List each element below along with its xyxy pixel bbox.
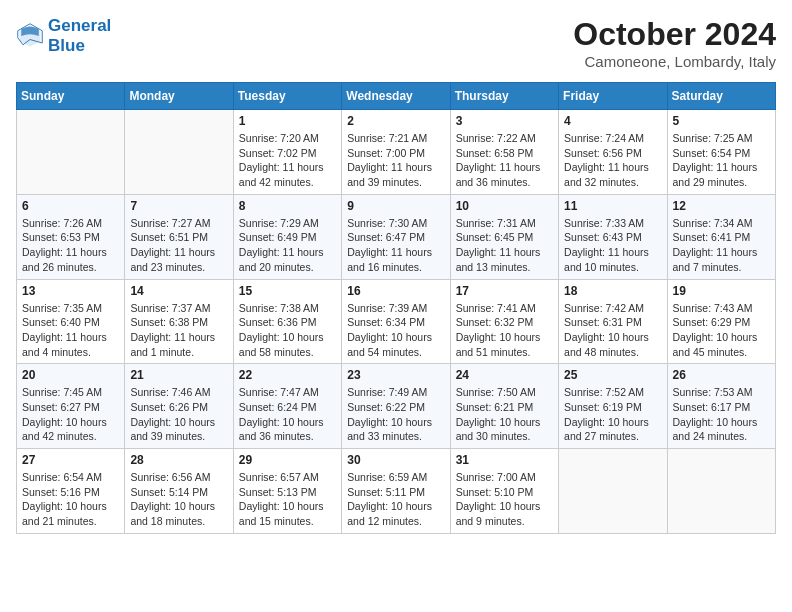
day-number: 18 (564, 284, 661, 298)
day-info: Sunrise: 7:29 AM Sunset: 6:49 PM Dayligh… (239, 216, 336, 275)
day-info: Sunrise: 7:21 AM Sunset: 7:00 PM Dayligh… (347, 131, 444, 190)
calendar-cell: 11Sunrise: 7:33 AM Sunset: 6:43 PM Dayli… (559, 194, 667, 279)
day-info: Sunrise: 7:41 AM Sunset: 6:32 PM Dayligh… (456, 301, 553, 360)
day-number: 24 (456, 368, 553, 382)
day-info: Sunrise: 7:00 AM Sunset: 5:10 PM Dayligh… (456, 470, 553, 529)
day-number: 25 (564, 368, 661, 382)
calendar-cell (125, 110, 233, 195)
calendar-cell: 19Sunrise: 7:43 AM Sunset: 6:29 PM Dayli… (667, 279, 775, 364)
day-info: Sunrise: 7:49 AM Sunset: 6:22 PM Dayligh… (347, 385, 444, 444)
day-info: Sunrise: 7:52 AM Sunset: 6:19 PM Dayligh… (564, 385, 661, 444)
day-of-week-header: Friday (559, 83, 667, 110)
day-of-week-header: Wednesday (342, 83, 450, 110)
calendar-cell: 5Sunrise: 7:25 AM Sunset: 6:54 PM Daylig… (667, 110, 775, 195)
day-number: 27 (22, 453, 119, 467)
day-number: 13 (22, 284, 119, 298)
calendar-cell: 3Sunrise: 7:22 AM Sunset: 6:58 PM Daylig… (450, 110, 558, 195)
calendar-cell: 24Sunrise: 7:50 AM Sunset: 6:21 PM Dayli… (450, 364, 558, 449)
day-number: 8 (239, 199, 336, 213)
calendar-cell: 6Sunrise: 7:26 AM Sunset: 6:53 PM Daylig… (17, 194, 125, 279)
day-number: 20 (22, 368, 119, 382)
day-number: 2 (347, 114, 444, 128)
day-number: 31 (456, 453, 553, 467)
calendar-cell: 28Sunrise: 6:56 AM Sunset: 5:14 PM Dayli… (125, 449, 233, 534)
day-number: 29 (239, 453, 336, 467)
day-number: 26 (673, 368, 770, 382)
day-number: 7 (130, 199, 227, 213)
logo-text: General Blue (48, 16, 111, 57)
calendar-cell: 29Sunrise: 6:57 AM Sunset: 5:13 PM Dayli… (233, 449, 341, 534)
day-info: Sunrise: 7:26 AM Sunset: 6:53 PM Dayligh… (22, 216, 119, 275)
day-info: Sunrise: 7:34 AM Sunset: 6:41 PM Dayligh… (673, 216, 770, 275)
day-info: Sunrise: 6:59 AM Sunset: 5:11 PM Dayligh… (347, 470, 444, 529)
day-number: 9 (347, 199, 444, 213)
day-number: 1 (239, 114, 336, 128)
day-info: Sunrise: 7:33 AM Sunset: 6:43 PM Dayligh… (564, 216, 661, 275)
calendar-cell: 26Sunrise: 7:53 AM Sunset: 6:17 PM Dayli… (667, 364, 775, 449)
day-info: Sunrise: 7:30 AM Sunset: 6:47 PM Dayligh… (347, 216, 444, 275)
calendar-cell: 18Sunrise: 7:42 AM Sunset: 6:31 PM Dayli… (559, 279, 667, 364)
day-number: 28 (130, 453, 227, 467)
calendar-cell: 30Sunrise: 6:59 AM Sunset: 5:11 PM Dayli… (342, 449, 450, 534)
logo-blue: Blue (48, 36, 111, 56)
calendar-cell: 8Sunrise: 7:29 AM Sunset: 6:49 PM Daylig… (233, 194, 341, 279)
calendar-cell: 25Sunrise: 7:52 AM Sunset: 6:19 PM Dayli… (559, 364, 667, 449)
day-number: 12 (673, 199, 770, 213)
day-info: Sunrise: 6:57 AM Sunset: 5:13 PM Dayligh… (239, 470, 336, 529)
calendar-cell: 31Sunrise: 7:00 AM Sunset: 5:10 PM Dayli… (450, 449, 558, 534)
day-info: Sunrise: 7:43 AM Sunset: 6:29 PM Dayligh… (673, 301, 770, 360)
calendar-week-row: 6Sunrise: 7:26 AM Sunset: 6:53 PM Daylig… (17, 194, 776, 279)
day-info: Sunrise: 7:38 AM Sunset: 6:36 PM Dayligh… (239, 301, 336, 360)
day-number: 19 (673, 284, 770, 298)
calendar-cell: 12Sunrise: 7:34 AM Sunset: 6:41 PM Dayli… (667, 194, 775, 279)
day-number: 22 (239, 368, 336, 382)
location: Camoneone, Lombardy, Italy (573, 53, 776, 70)
day-of-week-header: Tuesday (233, 83, 341, 110)
day-number: 11 (564, 199, 661, 213)
day-number: 17 (456, 284, 553, 298)
day-info: Sunrise: 6:56 AM Sunset: 5:14 PM Dayligh… (130, 470, 227, 529)
logo-icon (16, 22, 44, 50)
day-number: 4 (564, 114, 661, 128)
calendar-cell: 9Sunrise: 7:30 AM Sunset: 6:47 PM Daylig… (342, 194, 450, 279)
calendar-cell: 2Sunrise: 7:21 AM Sunset: 7:00 PM Daylig… (342, 110, 450, 195)
calendar-cell: 4Sunrise: 7:24 AM Sunset: 6:56 PM Daylig… (559, 110, 667, 195)
calendar-cell: 13Sunrise: 7:35 AM Sunset: 6:40 PM Dayli… (17, 279, 125, 364)
page-header: General Blue October 2024 Camoneone, Lom… (16, 16, 776, 70)
day-number: 21 (130, 368, 227, 382)
calendar-cell (17, 110, 125, 195)
day-of-week-header: Thursday (450, 83, 558, 110)
calendar-week-row: 1Sunrise: 7:20 AM Sunset: 7:02 PM Daylig… (17, 110, 776, 195)
day-info: Sunrise: 7:47 AM Sunset: 6:24 PM Dayligh… (239, 385, 336, 444)
calendar-week-row: 27Sunrise: 6:54 AM Sunset: 5:16 PM Dayli… (17, 449, 776, 534)
day-info: Sunrise: 7:25 AM Sunset: 6:54 PM Dayligh… (673, 131, 770, 190)
title-block: October 2024 Camoneone, Lombardy, Italy (573, 16, 776, 70)
calendar-cell: 14Sunrise: 7:37 AM Sunset: 6:38 PM Dayli… (125, 279, 233, 364)
calendar-cell: 22Sunrise: 7:47 AM Sunset: 6:24 PM Dayli… (233, 364, 341, 449)
calendar-cell: 1Sunrise: 7:20 AM Sunset: 7:02 PM Daylig… (233, 110, 341, 195)
logo: General Blue (16, 16, 111, 57)
day-info: Sunrise: 7:31 AM Sunset: 6:45 PM Dayligh… (456, 216, 553, 275)
day-number: 14 (130, 284, 227, 298)
day-info: Sunrise: 7:27 AM Sunset: 6:51 PM Dayligh… (130, 216, 227, 275)
day-number: 15 (239, 284, 336, 298)
day-info: Sunrise: 7:42 AM Sunset: 6:31 PM Dayligh… (564, 301, 661, 360)
calendar-cell: 7Sunrise: 7:27 AM Sunset: 6:51 PM Daylig… (125, 194, 233, 279)
day-info: Sunrise: 7:22 AM Sunset: 6:58 PM Dayligh… (456, 131, 553, 190)
calendar-cell (559, 449, 667, 534)
day-of-week-header: Sunday (17, 83, 125, 110)
calendar-table: SundayMondayTuesdayWednesdayThursdayFrid… (16, 82, 776, 534)
day-info: Sunrise: 6:54 AM Sunset: 5:16 PM Dayligh… (22, 470, 119, 529)
day-number: 6 (22, 199, 119, 213)
day-info: Sunrise: 7:45 AM Sunset: 6:27 PM Dayligh… (22, 385, 119, 444)
day-info: Sunrise: 7:20 AM Sunset: 7:02 PM Dayligh… (239, 131, 336, 190)
calendar-cell: 16Sunrise: 7:39 AM Sunset: 6:34 PM Dayli… (342, 279, 450, 364)
day-of-week-header: Saturday (667, 83, 775, 110)
day-number: 10 (456, 199, 553, 213)
calendar-header-row: SundayMondayTuesdayWednesdayThursdayFrid… (17, 83, 776, 110)
day-info: Sunrise: 7:53 AM Sunset: 6:17 PM Dayligh… (673, 385, 770, 444)
day-number: 30 (347, 453, 444, 467)
calendar-cell: 10Sunrise: 7:31 AM Sunset: 6:45 PM Dayli… (450, 194, 558, 279)
day-number: 16 (347, 284, 444, 298)
calendar-cell: 23Sunrise: 7:49 AM Sunset: 6:22 PM Dayli… (342, 364, 450, 449)
